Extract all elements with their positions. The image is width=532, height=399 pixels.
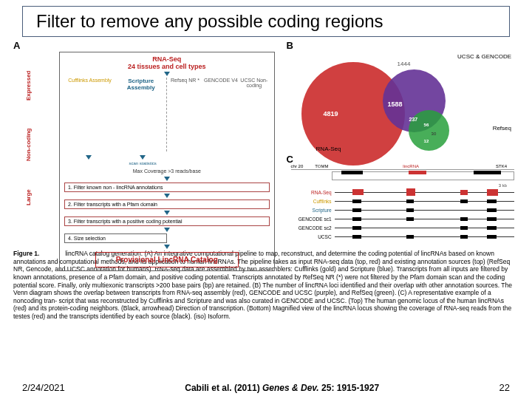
venn-count-big: 4819: [324, 110, 338, 117]
panel-a: A Expressed Non-coding Large RNA-Seq 24 …: [13, 40, 281, 247]
track-gencode1: GENCODE sc1: [291, 216, 332, 222]
footer-citation: Cabili et al. (2011) Genes & Dev. 25: 19…: [185, 383, 379, 393]
panel-c-label: C: [287, 154, 293, 165]
panel-b: B 4819 1444 1588 237 56 30 12 UCSC & GEN…: [287, 40, 519, 154]
footer-page: 22: [499, 382, 510, 393]
venn-count-g3: 12: [424, 139, 429, 143]
rna-seq-subtitle: 24 tissues and cell types: [64, 63, 270, 70]
panel-c: C chr 20 TOMM lincRNA STK4 3 kb RNA-Seq …: [287, 154, 519, 247]
track-cufflinks: Cufflinks: [291, 199, 332, 204]
cufflinks-label: Cufflinks Assembly: [64, 78, 115, 151]
step-2: 2. Filter transcripts with a Pfam domain: [64, 200, 270, 209]
venn-count-g2: 30: [432, 132, 437, 136]
side-expressed: Expressed: [25, 71, 32, 100]
scripture-label: Scripture Assembly: [115, 78, 166, 151]
scan-stats: scan statistics: [118, 161, 166, 166]
gene-stk4: STK4: [423, 164, 514, 168]
figure-row: A Expressed Non-coding Large RNA-Seq 24 …: [0, 40, 532, 247]
venn-count-center: 1588: [388, 100, 403, 108]
venn-count-top: 1444: [398, 61, 411, 67]
venn-count-g1: 56: [424, 123, 429, 127]
panel-a-label: A: [13, 40, 20, 51]
gene-tomm: TOMM: [307, 164, 398, 168]
venn-refseq-label: Refseq: [493, 125, 511, 132]
step-4: 4. Size selection: [64, 233, 167, 243]
gencode-label: GENCODE V4: [203, 78, 239, 151]
max-coverage: Max Coverage >3 reads/base: [64, 168, 270, 174]
side-noncoding: Non-coding: [25, 129, 32, 161]
track-rnaseq: RNA-Seq: [291, 190, 332, 195]
track-gencode2: GENCODE sc2: [291, 225, 332, 231]
track-ucsc: UCSC: [291, 234, 332, 239]
rna-seq-label: RNA-Seq: [64, 55, 270, 63]
linc-label: lincRNA: [403, 164, 419, 168]
side-large: Large: [25, 189, 32, 205]
venn-rnaseq-label: RNA-Seq: [316, 146, 341, 152]
refseq-label: Refseq NR *: [167, 78, 202, 151]
track-scripture: Scripture: [291, 208, 332, 213]
step-1: 1. Filter known non - lincRNA annotation…: [64, 183, 270, 192]
slide-title: Filter to remove any possible coding reg…: [22, 6, 510, 37]
footer-date: 2/24/2021: [22, 382, 65, 393]
provisional-catalog: Provisional LincRNA Catalog: [95, 252, 239, 267]
ucsc-label: UCSC Non-coding: [239, 78, 269, 151]
slide-footer: 2/24/2021 Cabili et al. (2011) Genes & D…: [0, 382, 532, 393]
step-3: 3. Filter transcripts with a positive co…: [64, 216, 270, 226]
venn-ucsc-gencode-label: UCSC & GENCODE: [457, 53, 511, 60]
venn-count-tri: 237: [409, 117, 418, 122]
